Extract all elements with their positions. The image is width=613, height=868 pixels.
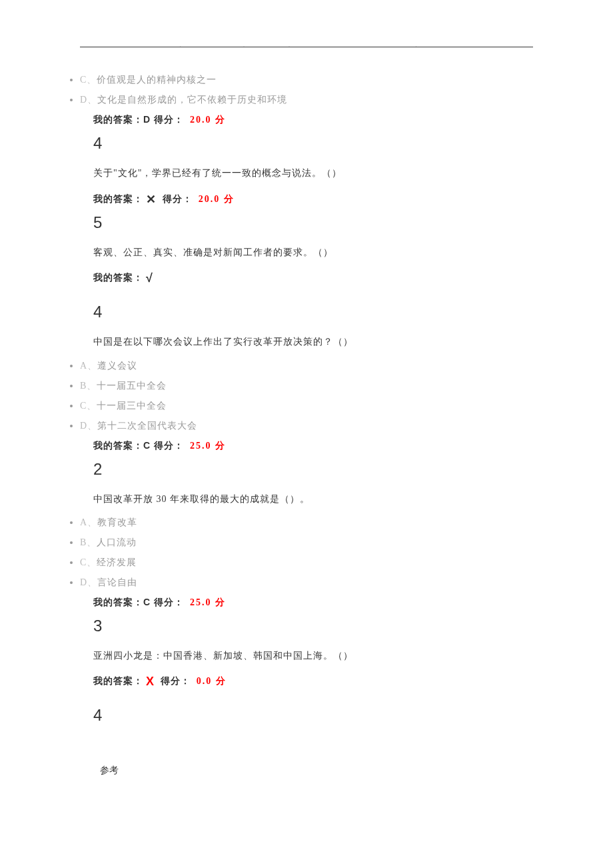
option-item: D、文化是自然形成的，它不依赖于历史和环境 — [80, 94, 546, 106]
question-number: 2 — [93, 460, 546, 479]
page-container: . . . . C、价值观是人的精神内核之一 D、文化是自然形成的，它不依赖于历… — [0, 0, 613, 803]
answer-prefix: 我的答案： — [93, 675, 143, 686]
option-label: C、 — [80, 75, 97, 85]
option-item: C、价值观是人的精神内核之一 — [80, 74, 546, 86]
option-text: 文化是自然形成的，它不依赖于历史和环境 — [97, 95, 287, 105]
answer-key: D — [143, 114, 151, 125]
score-label: 得分： — [161, 675, 191, 686]
option-label: B、 — [80, 381, 97, 391]
option-item: B、人口流动 — [80, 537, 546, 549]
check-icon: √ — [146, 271, 153, 285]
option-label: D、 — [80, 421, 97, 431]
my-answer: 我的答案：√ — [93, 270, 546, 284]
option-item: C、经济发展 — [80, 557, 546, 569]
footer-reference: 参考 — [100, 765, 546, 777]
score-label: 得分： — [154, 597, 184, 607]
question-text: 中国是在以下哪次会议上作出了实行改革开放决策的？（） — [93, 333, 546, 350]
my-answer: 我的答案：X 得分： 0.0 分 — [93, 673, 546, 687]
answer-prefix: 我的答案： — [93, 440, 143, 451]
score-label: 得分： — [154, 440, 184, 451]
score-value: 0.0 分 — [197, 676, 227, 686]
question-number: 5 — [93, 213, 546, 232]
answer-prefix: 我的答案： — [93, 272, 143, 283]
option-label: C、 — [80, 401, 97, 411]
option-text: 价值观是人的精神内核之一 — [97, 75, 217, 85]
option-label: C、 — [80, 557, 97, 567]
option-item: B、十一届五中全会 — [80, 380, 546, 392]
question-text: 关于"文化"，学界已经有了统一一致的概念与说法。（） — [93, 165, 546, 181]
question-text: 中国改革开放 30 年来取得的最大的成就是（）。 — [93, 491, 546, 507]
option-text: 第十二次全国代表大会 — [97, 421, 197, 431]
option-item: D、第十二次全国代表大会 — [80, 420, 546, 432]
option-item: A、遵义会议 — [80, 360, 546, 372]
score-label: 得分： — [163, 193, 193, 204]
cross-icon: ✕ — [146, 193, 157, 206]
option-text: 言论自由 — [97, 577, 137, 587]
option-text: 十一届五中全会 — [97, 381, 167, 391]
option-label: D、 — [80, 95, 97, 105]
answer-key: C — [143, 597, 151, 607]
answer-prefix: 我的答案： — [93, 193, 143, 204]
score-value: 25.0 分 — [190, 597, 226, 607]
my-answer: 我的答案：C 得分： 25.0 分 — [93, 597, 546, 609]
option-text: 人口流动 — [97, 537, 137, 547]
option-text: 遵义会议 — [97, 361, 137, 371]
header-dot: . — [180, 41, 182, 49]
option-list-3: A、教育改革 B、人口流动 C、经济发展 D、言论自由 — [67, 517, 546, 589]
question-number: 4 — [93, 706, 546, 725]
option-list-1: C、价值观是人的精神内核之一 D、文化是自然形成的，它不依赖于历史和环境 — [67, 74, 546, 106]
option-text: 教育改革 — [97, 517, 137, 527]
question-number: 4 — [93, 134, 546, 153]
my-answer: 我的答案：✕ 得分： 20.0 分 — [93, 191, 546, 205]
option-text: 十一届三中全会 — [97, 401, 167, 411]
option-item: C、十一届三中全会 — [80, 400, 546, 412]
my-answer: 我的答案：C 得分： 25.0 分 — [93, 440, 546, 452]
score-value: 20.0 分 — [199, 194, 235, 204]
option-text: 经济发展 — [97, 557, 137, 567]
option-item: A、教育改革 — [80, 517, 546, 529]
question-number: 3 — [93, 617, 546, 635]
question-text: 客观、公正、真实、准确是对新闻工作者的要求。（） — [93, 244, 546, 261]
question-number: 4 — [93, 303, 546, 321]
option-list-2: A、遵义会议 B、十一届五中全会 C、十一届三中全会 D、第十二次全国代表大会 — [67, 360, 546, 432]
option-item: D、言论自由 — [80, 577, 546, 589]
option-label: A、 — [80, 517, 97, 527]
option-label: D、 — [80, 577, 97, 587]
score-value: 20.0 分 — [190, 115, 226, 125]
answer-prefix: 我的答案： — [93, 597, 143, 607]
question-text: 亚洲四小龙是：中国香港、新加坡、韩国和中国上海。（） — [93, 647, 546, 664]
score-label: 得分： — [154, 114, 184, 125]
my-answer: 我的答案：D 得分： 20.0 分 — [93, 114, 546, 126]
header-rule: . . . . — [80, 40, 533, 47]
answer-key: C — [143, 440, 151, 451]
header-dot: . — [415, 41, 417, 49]
cross-icon: X — [146, 675, 155, 688]
option-label: B、 — [80, 537, 97, 547]
option-label: A、 — [80, 361, 97, 371]
answer-prefix: 我的答案： — [93, 114, 143, 125]
score-value: 25.0 分 — [190, 441, 226, 451]
header-dot: . — [289, 41, 291, 49]
header-dot: . — [243, 41, 245, 49]
